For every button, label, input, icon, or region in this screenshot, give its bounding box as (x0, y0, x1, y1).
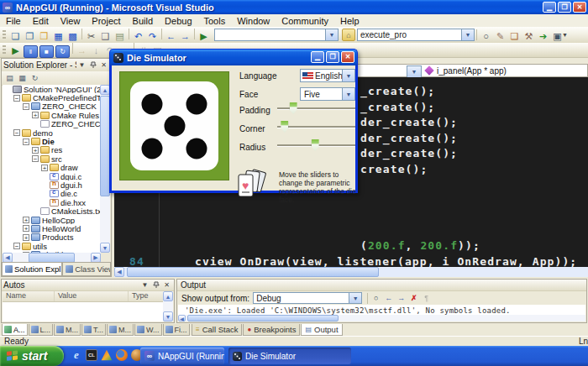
scroll-down-icon[interactable]: ▼ (163, 311, 173, 322)
navigate-back-icon[interactable] (164, 29, 178, 42)
solution-configurations-combo[interactable]: ▼ (214, 29, 339, 41)
word-wrap-icon[interactable] (420, 293, 433, 304)
debug-tab-1[interactable]: L... (29, 324, 54, 336)
start-icon[interactable] (197, 30, 211, 43)
tree-item[interactable]: −utils (3, 242, 101, 250)
output-horizontal-scrollbar[interactable]: ◀ (178, 315, 585, 322)
properties-icon[interactable] (3, 73, 16, 84)
tree-item[interactable]: +CMake Rules (3, 111, 101, 119)
slider-thumb[interactable] (290, 102, 297, 114)
window-menu-icon[interactable]: ▼ (139, 280, 150, 290)
copy-icon[interactable] (98, 30, 113, 43)
chevron-down-icon[interactable]: ▼ (461, 29, 474, 40)
column-name[interactable]: Name (3, 291, 55, 301)
prism-icon[interactable] (101, 349, 113, 361)
chevron-down-icon[interactable]: ▼ (349, 293, 361, 303)
tree-item[interactable]: +dgui.h (3, 180, 101, 189)
customize-tools-icon[interactable] (522, 30, 536, 43)
open-file-icon[interactable] (37, 30, 51, 43)
navigate-forward-icon[interactable] (178, 29, 192, 42)
autos-vertical-scrollbar[interactable]: ▲ ▼ (163, 291, 173, 322)
debug-tab-2[interactable]: M... (54, 324, 81, 336)
expander-icon[interactable]: − (13, 95, 20, 102)
close-icon[interactable]: ✕ (161, 280, 172, 290)
close-button[interactable]: ✕ (341, 51, 354, 63)
show-all-files-icon[interactable] (16, 73, 29, 84)
find-combo[interactable]: execute_pro ▼ (357, 29, 475, 41)
tab-breakpoints[interactable]: Breakpoints (243, 324, 300, 336)
output-source-combo[interactable]: Debug ▼ (253, 292, 362, 304)
taskbar-button-die[interactable]: Die Simulator (228, 348, 351, 364)
stop-icon[interactable] (39, 45, 54, 58)
tree-item[interactable]: −Die (3, 137, 101, 145)
menu-build[interactable]: Build (127, 15, 159, 27)
tree-item[interactable]: −src (3, 154, 101, 163)
menu-debug[interactable]: Debug (159, 15, 197, 27)
chevron-down-icon[interactable]: ▼ (325, 29, 338, 40)
cut-icon[interactable] (84, 30, 98, 43)
show-next-icon[interactable] (75, 44, 89, 57)
clear-all-icon[interactable] (407, 293, 420, 304)
taskbar-button-visual-studio[interactable]: ∞NAppGUI (Running) - ... (140, 348, 224, 364)
continue-icon[interactable] (8, 44, 23, 57)
tab-solution-expl-[interactable]: Solution Expl... (2, 263, 62, 276)
autos-grid[interactable]: Name Value Type (3, 291, 163, 322)
internet-explorer-icon[interactable]: e (71, 349, 82, 361)
refresh-icon[interactable] (29, 73, 41, 84)
maximize-button[interactable]: ❐ (326, 51, 339, 63)
tree-item[interactable]: −CMakePredefinedTarg (3, 93, 101, 102)
expander-icon[interactable]: + (23, 225, 29, 232)
new-project-icon[interactable] (8, 30, 23, 43)
save-all-icon[interactable] (66, 30, 80, 43)
tree-item[interactable]: +CMakeLists.tx (3, 207, 101, 215)
close-icon[interactable]: ✕ (98, 60, 109, 71)
minimize-button[interactable]: ▁ (311, 51, 324, 63)
debug-tab-3[interactable]: T... (81, 324, 106, 336)
menu-edit[interactable]: Edit (27, 15, 55, 27)
tree-item[interactable]: +res (3, 146, 101, 154)
expander-icon[interactable]: − (13, 243, 20, 249)
tree-item[interactable]: +dgui.c (3, 172, 101, 180)
add-item-icon[interactable] (23, 30, 37, 43)
new-window-icon[interactable] (507, 30, 522, 43)
start-button[interactable]: start (0, 346, 64, 366)
tree-item[interactable]: −ZERO_CHECK (3, 102, 101, 111)
menu-community[interactable]: Community (276, 15, 334, 27)
column-type[interactable]: Type (129, 291, 163, 301)
find-in-files-icon[interactable]: ⌂ (342, 29, 355, 41)
save-icon[interactable] (51, 30, 66, 43)
edit-window-icon[interactable] (493, 30, 507, 43)
tree-item[interactable]: +Solution 'NAppGUI' (21 pro (3, 85, 101, 93)
command-line-icon[interactable]: CL (86, 349, 97, 361)
expander-icon[interactable]: + (41, 165, 48, 171)
corner-slider[interactable] (277, 120, 355, 133)
dialog-titlebar[interactable]: Die Simulator ▁ ❐ ✕ (109, 49, 358, 65)
tab-class-view[interactable]: Class View (62, 263, 111, 276)
expander-icon[interactable]: + (32, 147, 39, 154)
column-value[interactable]: Value (55, 291, 129, 301)
die-view[interactable] (119, 71, 229, 180)
tree-item[interactable]: +Products (3, 233, 101, 242)
next-message-icon[interactable] (395, 293, 407, 304)
debug-tab-0[interactable]: A... (2, 324, 28, 336)
menu-window[interactable]: Window (231, 15, 276, 27)
window-menu-icon[interactable]: ▼ (76, 60, 87, 71)
pin-icon[interactable] (150, 280, 161, 290)
toolbar-overflow-icon[interactable]: ▼ (562, 32, 568, 38)
debug-tab-6[interactable]: Fi... (163, 324, 190, 336)
pause-icon[interactable] (24, 45, 38, 58)
expander-icon[interactable]: + (32, 112, 39, 118)
tree-item[interactable]: +die.c (3, 190, 101, 198)
types-combo-button[interactable]: ▼ (407, 65, 422, 78)
step-into-icon[interactable] (89, 44, 103, 57)
undo-icon[interactable] (131, 30, 145, 43)
restart-icon[interactable] (55, 45, 70, 58)
pin-icon[interactable] (87, 60, 98, 71)
paste-icon[interactable] (113, 30, 127, 43)
expander-icon[interactable]: − (13, 129, 20, 136)
expander-icon[interactable]: + (23, 234, 29, 241)
prev-message-icon[interactable] (382, 293, 395, 304)
minimize-button[interactable]: ▁ (543, 2, 556, 13)
tree-item[interactable]: −demo (3, 128, 101, 137)
radius-slider[interactable] (277, 139, 355, 152)
